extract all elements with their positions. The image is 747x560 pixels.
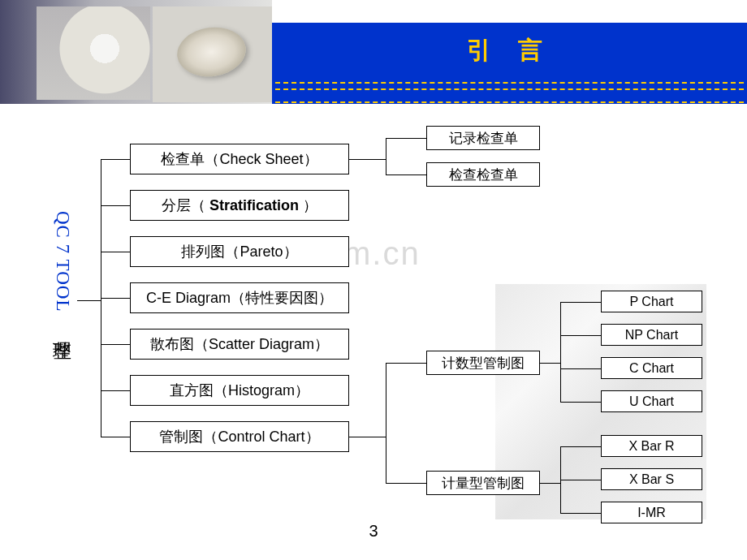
divider	[275, 88, 744, 90]
slide-header: 引 言	[0, 0, 747, 106]
connector	[101, 159, 130, 160]
connector	[386, 363, 426, 364]
chart-xbar-r: X Bar R	[601, 435, 702, 457]
divider	[275, 82, 744, 84]
title-panel: 引 言	[272, 23, 747, 104]
group-count-chart: 计数型管制图	[426, 351, 540, 375]
chart-c: C Chart	[601, 357, 702, 379]
connector	[386, 483, 426, 484]
connector	[101, 344, 130, 345]
tool-ce-diagram: C-E Diagram（特性要因图）	[130, 282, 349, 313]
connector	[386, 363, 386, 483]
connector	[101, 252, 130, 252]
tool-histogram: 直方图（Histogram）	[130, 375, 349, 406]
divider	[275, 101, 744, 103]
connector	[560, 302, 601, 303]
connector	[540, 483, 560, 484]
connector	[349, 437, 386, 437]
group-var-chart: 计量型管制图	[426, 471, 540, 495]
chart-u: U Chart	[601, 390, 702, 412]
connector	[386, 138, 426, 139]
root-en: QC 7 TOOL	[53, 211, 73, 312]
connector	[386, 174, 426, 175]
connector	[101, 205, 130, 206]
sub-record-check: 记录检查单	[426, 126, 540, 150]
connector	[540, 363, 560, 364]
mouse-icon	[174, 23, 249, 80]
chart-imr: I-MR	[601, 502, 702, 523]
connector	[560, 446, 601, 447]
connector	[77, 300, 101, 301]
tool-scatter: 散布图（Scatter Diagram）	[130, 329, 349, 360]
tool-check-sheet: 检查单（Check Sheet）	[130, 144, 349, 174]
chart-np: NP Chart	[601, 324, 702, 346]
connector	[560, 368, 601, 369]
page-number: 3	[369, 522, 378, 541]
tool-stratification: 分层（ Stratification ）	[130, 190, 349, 221]
connector	[560, 335, 601, 336]
header-photo-mouse	[153, 6, 272, 102]
connector	[101, 298, 130, 299]
connector	[560, 302, 561, 402]
connector	[560, 480, 601, 480]
slide-title: 引 言	[272, 23, 747, 67]
connector	[349, 159, 386, 160]
connector	[101, 390, 130, 391]
diagram-root-label: QC 7 TOOL 整理	[50, 211, 76, 327]
tool-control-chart: 管制图（Control Chart）	[130, 421, 349, 452]
connector	[386, 138, 386, 174]
connector	[560, 513, 601, 514]
connector	[101, 437, 130, 437]
tool-pareto: 排列图（Pareto）	[130, 236, 349, 267]
chart-xbar-s: X Bar S	[601, 468, 702, 490]
header-photo-laptop	[37, 6, 150, 100]
sub-verify-check: 检查检查单	[426, 162, 540, 187]
chart-p: P Chart	[601, 291, 702, 312]
connector	[560, 402, 601, 403]
